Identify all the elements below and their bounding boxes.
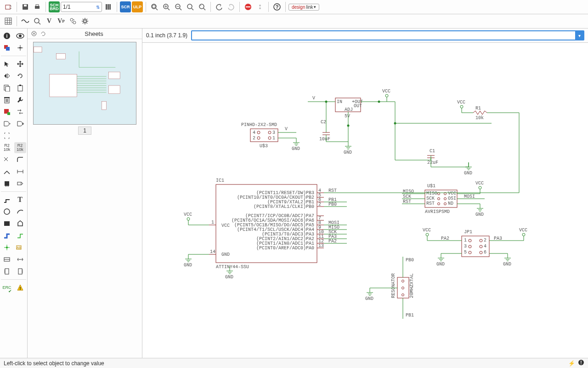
smash-icon[interactable] [1,154,13,165]
designlink-button[interactable]: designlink ▾ [288,4,319,11]
gate-icon[interactable] [1,118,13,129]
svg-text:3: 3 [464,244,467,249]
library-icon[interactable] [103,1,114,12]
zoom-in-icon[interactable] [161,1,172,12]
grid-icon[interactable] [3,16,14,27]
bus-icon[interactable] [1,230,13,241]
find-icon[interactable] [32,16,43,27]
svg-text:VCC: VCC [448,191,456,196]
sheets-close-icon[interactable] [30,30,38,37]
scr-button[interactable]: SCR [120,1,131,12]
rotate-icon[interactable] [14,70,26,81]
sch-brd-button[interactable]: SCH BRD [49,1,60,12]
arc-icon[interactable] [14,206,26,217]
sheet-page-combo[interactable]: 1/1 ⇅ [61,2,102,12]
svg-point-36 [73,21,76,24]
svg-text:10uF: 10uF [319,137,330,142]
dim-icon[interactable] [14,166,26,177]
svg-text:3: 3 [272,130,275,135]
wrench-icon[interactable] [14,94,26,105]
errors-icon[interactable]: ! [14,282,26,293]
miter-icon[interactable] [14,154,26,165]
mark-icon[interactable] [14,42,26,53]
sheets-refresh-icon[interactable] [40,30,47,37]
copy-icon[interactable] [1,82,13,93]
command-input[interactable] [192,32,575,39]
svg-point-167 [268,137,271,139]
schematic-canvas[interactable]: IC1ATTINY44-SSUVCC1GND14(PCINT11/RESET/D… [142,43,588,358]
add-part-icon[interactable] [1,106,13,117]
text-icon[interactable]: T [14,194,26,205]
svg-text:V: V [312,96,315,101]
svg-text:6: 6 [484,250,486,255]
circle-icon[interactable] [1,206,13,217]
paste-icon[interactable] [14,82,26,93]
svg-text:R1: R1 [475,106,481,111]
svg-text:OSI: OSI [448,196,456,201]
zoom-fit-icon[interactable] [149,1,160,12]
junction-icon[interactable] [1,242,13,253]
svg-text:MISO: MISO [403,189,414,194]
pinswap-icon[interactable] [1,130,13,141]
frame-b-icon[interactable] [14,266,26,277]
attr-icon[interactable] [1,254,13,265]
svg-point-224 [444,203,447,205]
help-icon[interactable]: ? [271,1,283,12]
print-icon[interactable] [32,1,43,12]
resize-icon[interactable] [14,254,26,265]
svg-rect-6 [107,4,109,10]
save-icon[interactable] [20,1,31,12]
sheet-thumbnail[interactable] [33,42,136,125]
module-icon[interactable] [1,178,13,189]
svg-text:ND: ND [448,201,453,206]
svg-line-16 [180,8,181,10]
net-tool-icon[interactable] [14,230,26,241]
move-icon[interactable] [14,58,26,69]
svg-rect-67 [7,112,10,115]
delete-icon[interactable] [1,94,13,105]
svg-point-238 [469,239,471,242]
line-icon[interactable] [1,194,13,205]
port-icon[interactable] [14,178,26,189]
name-value-b-icon[interactable]: R2 10k [14,142,26,153]
value-icon[interactable]: V [44,16,55,27]
frame-a-icon[interactable] [1,266,13,277]
split-icon[interactable] [1,166,13,177]
net-icon[interactable] [20,16,31,27]
undo-icon[interactable] [214,1,225,12]
go-icon[interactable] [254,1,266,12]
show-icon[interactable] [14,30,26,41]
info-icon[interactable]: i [1,30,13,41]
stop-icon[interactable] [243,1,254,12]
layers-icon[interactable] [1,42,13,53]
settings-icon[interactable] [79,16,90,27]
command-dropdown-icon[interactable]: ▾ [575,31,583,40]
svg-text:GND: GND [292,146,300,151]
redo-icon[interactable] [226,1,237,12]
zoom-out-icon[interactable] [173,1,184,12]
svg-point-49 [19,34,22,37]
invoke-icon[interactable] [14,118,26,129]
svg-rect-58 [6,86,10,92]
poly-icon[interactable] [14,218,26,229]
name-value-a-icon[interactable]: R2 10k [1,142,13,153]
replace-icon[interactable] [68,16,79,27]
label-icon[interactable]: AB [14,242,26,253]
svg-text:1: 1 [272,136,275,141]
select-icon[interactable] [1,58,13,69]
mirror-icon[interactable] [1,70,13,81]
erc-icon[interactable]: ERC✔ [1,282,13,293]
ulp-button[interactable]: ULP [132,1,143,12]
open-icon[interactable] [3,1,14,12]
rect-icon[interactable] [1,218,13,229]
zoom-select-icon[interactable] [197,1,208,12]
value-p-icon[interactable]: VP [56,16,67,27]
zoom-redraw-icon[interactable] [185,1,196,12]
svg-point-166 [257,137,260,139]
svg-text:AVRISPSMD: AVRISPSMD [425,209,450,214]
swap-icon[interactable] [14,106,26,117]
svg-text:13: 13 [318,243,324,248]
svg-rect-2 [24,5,27,6]
sheet-thumbnail-label: 1 [78,126,91,135]
svg-line-19 [192,8,193,10]
